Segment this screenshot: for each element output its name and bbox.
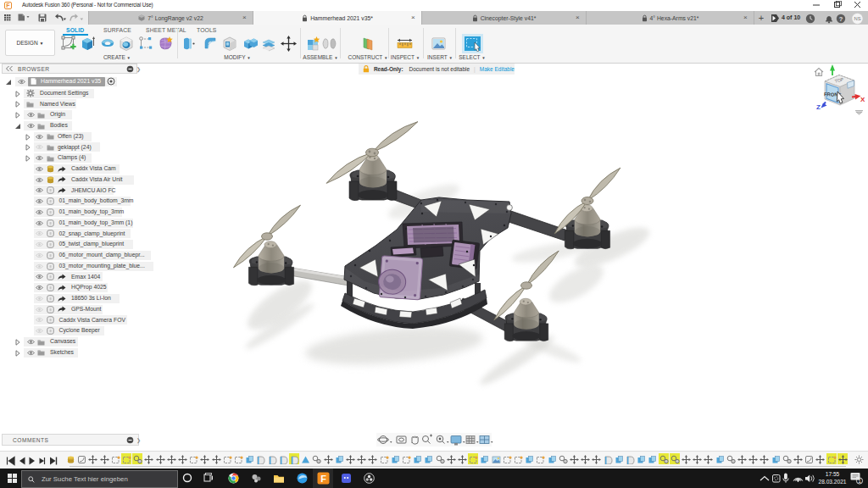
svg-text:1: 1 (858, 478, 861, 484)
svg-text:X: X (860, 96, 865, 103)
svg-text:Z: Z (816, 103, 821, 111)
svg-text:F: F (320, 474, 326, 484)
